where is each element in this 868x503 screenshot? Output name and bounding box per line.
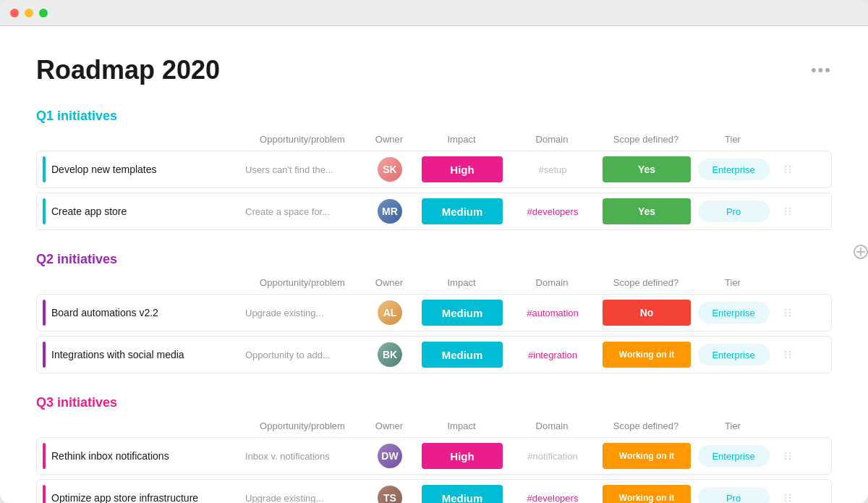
- scope-badge[interactable]: Yes: [603, 156, 691, 182]
- table-row: Integrations with social mediaOpportunit…: [36, 336, 832, 373]
- tier-badge[interactable]: Pro: [698, 487, 770, 503]
- drag-handle[interactable]: [773, 349, 802, 360]
- impact-badge[interactable]: High: [422, 443, 503, 469]
- impact-badge[interactable]: High: [422, 156, 503, 182]
- col-header-scope: Scope defined?: [599, 420, 693, 431]
- col-header-impact: Impact: [418, 420, 505, 431]
- svg-point-42: [789, 497, 791, 499]
- drag-handle[interactable]: [773, 307, 802, 318]
- svg-point-25: [789, 351, 791, 352]
- row-scope: Working on it: [600, 485, 694, 503]
- row-tier: Pro: [694, 200, 773, 222]
- impact-badge[interactable]: Medium: [422, 485, 503, 503]
- svg-point-11: [785, 211, 786, 212]
- col-header-opportunity: Opportunity/problem: [244, 277, 360, 288]
- table-row: Develop new templatesUsers can't find th…: [36, 151, 832, 188]
- table-row: Rethink inbox notificationsInbox v. noti…: [36, 437, 832, 475]
- col-header-domain: Domain: [505, 420, 599, 431]
- scope-badge[interactable]: Working on it: [603, 485, 691, 503]
- svg-point-27: [789, 354, 791, 355]
- tier-badge[interactable]: Enterprise: [698, 445, 770, 467]
- app-window: Roadmap 2020 ••• Q1 initiativesOpportuni…: [0, 0, 868, 503]
- svg-point-4: [789, 166, 791, 167]
- svg-point-34: [789, 452, 791, 454]
- svg-point-28: [785, 357, 786, 358]
- add-row-button-q3[interactable]: [854, 245, 868, 259]
- svg-point-22: [785, 315, 786, 316]
- row-opportunity: Opportunity to add...: [245, 350, 361, 360]
- row-border-indicator: [43, 443, 46, 469]
- row-domain[interactable]: #integration: [506, 350, 600, 360]
- row-domain[interactable]: #notification: [506, 451, 600, 462]
- row-domain[interactable]: #developers: [506, 206, 600, 217]
- tier-badge[interactable]: Enterprise: [698, 344, 770, 365]
- svg-point-3: [785, 166, 786, 167]
- row-name-cell: Optimize app store infrastructure: [43, 485, 245, 503]
- row-domain[interactable]: #setup: [506, 164, 600, 175]
- svg-point-7: [785, 172, 786, 173]
- drag-handle[interactable]: [773, 450, 802, 462]
- col-header-impact: Impact: [418, 134, 505, 145]
- maximize-dot: [39, 9, 48, 17]
- row-opportunity: Inbox v. notifications: [245, 451, 361, 462]
- svg-point-19: [789, 309, 791, 310]
- section-title-q3: Q3 initiatives: [36, 395, 117, 410]
- tier-badge[interactable]: Pro: [698, 200, 770, 222]
- avatar-initials: BK: [383, 349, 397, 360]
- row-domain[interactable]: #developers: [506, 493, 600, 504]
- row-border-indicator: [43, 300, 46, 326]
- svg-point-29: [789, 357, 791, 358]
- row-domain[interactable]: #automation: [506, 308, 600, 318]
- row-scope: Yes: [600, 156, 694, 182]
- svg-point-43: [785, 500, 786, 502]
- svg-point-13: [785, 214, 786, 215]
- section-title-q2: Q2 initiatives: [36, 252, 117, 267]
- drag-handle[interactable]: [773, 492, 802, 503]
- scope-badge[interactable]: No: [603, 300, 691, 326]
- scope-badge[interactable]: Yes: [603, 198, 691, 224]
- col-header-opportunity: Opportunity/problem: [244, 134, 360, 145]
- svg-point-12: [789, 211, 791, 212]
- impact-badge[interactable]: Medium: [422, 198, 503, 224]
- row-border-indicator: [43, 485, 46, 503]
- avatar-initials: DW: [381, 450, 398, 462]
- avatar: DW: [378, 444, 402, 468]
- impact-badge[interactable]: Medium: [422, 342, 503, 368]
- row-tier: Enterprise: [694, 445, 773, 467]
- row-impact: Medium: [419, 300, 506, 326]
- section-header-q3: Q3 initiatives: [36, 395, 832, 410]
- avatar: TS: [378, 486, 402, 503]
- columns-row-q2: Opportunity/problemOwnerImpactDomainScop…: [36, 274, 832, 291]
- tier-badge[interactable]: Enterprise: [698, 302, 770, 324]
- col-header-owner: Owner: [360, 134, 418, 145]
- svg-point-6: [789, 169, 791, 170]
- svg-point-24: [785, 351, 786, 352]
- col-header-owner: Owner: [360, 420, 418, 431]
- row-name-cell: Board automations v2.2: [43, 300, 245, 326]
- col-header-opportunity: Opportunity/problem: [244, 420, 360, 431]
- scope-badge[interactable]: Working on it: [603, 342, 691, 368]
- impact-badge[interactable]: Medium: [422, 300, 503, 326]
- tier-badge[interactable]: Enterprise: [698, 158, 770, 180]
- table-row: Optimize app store infrastructureUpgrade…: [36, 479, 832, 503]
- page-title: Roadmap 2020: [36, 55, 220, 85]
- drag-handle[interactable]: [773, 164, 802, 175]
- svg-point-20: [785, 312, 786, 313]
- row-impact: High: [419, 156, 506, 182]
- avatar-initials: TS: [383, 492, 396, 503]
- section-header-q1: Q1 initiatives: [36, 109, 832, 124]
- scope-badge[interactable]: Working on it: [603, 443, 691, 469]
- row-opportunity: Create a space for...: [245, 206, 361, 217]
- svg-point-14: [789, 214, 791, 215]
- columns-row-q1: Opportunity/problemOwnerImpactDomainScop…: [36, 131, 832, 148]
- columns-row-q3: Opportunity/problemOwnerImpactDomainScop…: [36, 418, 832, 434]
- svg-point-35: [785, 455, 786, 457]
- sections-container: Q1 initiativesOpportunity/problemOwnerIm…: [36, 109, 832, 503]
- avatar: AL: [378, 300, 402, 325]
- drag-handle[interactable]: [773, 206, 802, 217]
- row-name-text: Optimize app store infrastructure: [51, 492, 198, 503]
- more-options-button[interactable]: •••: [811, 61, 832, 80]
- col-header-tier: Tier: [693, 277, 773, 288]
- row-name-cell: Integrations with social media: [43, 342, 245, 368]
- svg-point-23: [789, 315, 791, 316]
